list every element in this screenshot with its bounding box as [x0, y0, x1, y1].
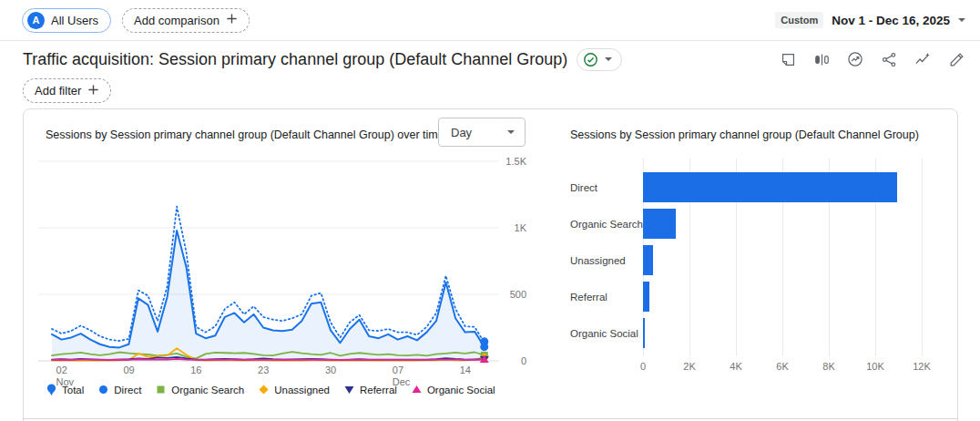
- sessions-by-channel-bar-chart[interactable]: [643, 159, 947, 356]
- chevron-down-icon: [958, 18, 965, 22]
- date-range-picker[interactable]: Custom Nov 1 - Dec 16, 2025: [775, 12, 965, 28]
- share-icon[interactable]: [878, 48, 900, 70]
- legend-label: Direct: [114, 385, 141, 395]
- x-tick-label: 2K: [676, 361, 703, 372]
- x-tick-label: 8K: [815, 361, 842, 372]
- chevron-down-icon: [507, 130, 515, 134]
- add-filter-label: Add filter: [35, 84, 81, 98]
- bar-category-label-organic-social: Organic Social: [570, 318, 638, 348]
- plus-icon: [226, 13, 238, 27]
- series-end-marker-circle: [480, 343, 488, 351]
- legend-label: Organic Search: [171, 385, 244, 395]
- note-icon[interactable]: [777, 48, 799, 70]
- legend-item-total[interactable]: Total: [46, 384, 84, 396]
- bar-direct[interactable]: [643, 172, 897, 202]
- series-end-marker-circle: [99, 385, 107, 394]
- insights-circle-icon[interactable]: [844, 48, 866, 70]
- legend-marker-circle: [97, 384, 109, 396]
- y-tick-label: 1K: [495, 222, 526, 233]
- series-end-marker-drop: [47, 385, 56, 396]
- bar-category-label-organic-search: Organic Search: [570, 209, 643, 239]
- bar-referral[interactable]: [643, 282, 649, 312]
- y-tick-label: 0: [495, 355, 526, 366]
- ga4-traffic-acquisition-report: { "topbar": { "audience_chip": { "avatar…: [0, 0, 980, 421]
- legend-marker-diamond: [258, 384, 270, 396]
- audience-chip-all-users[interactable]: A All Users: [22, 8, 111, 33]
- x-tick-label: 30: [325, 365, 352, 376]
- y-tick-label: 500: [495, 289, 526, 300]
- edit-pencil-icon[interactable]: [945, 48, 967, 70]
- line-chart-title: Sessions by Session primary channel grou…: [46, 128, 444, 141]
- legend-item-organic-search[interactable]: Organic Search: [155, 384, 244, 396]
- table-top-divider: [24, 418, 957, 419]
- add-filter-button[interactable]: Add filter: [23, 78, 111, 103]
- gridline: [922, 159, 923, 356]
- page-title: Traffic acquisition: Session primary cha…: [23, 50, 567, 69]
- series-end-marker-diamond: [260, 385, 269, 394]
- granularity-select[interactable]: Day: [438, 118, 526, 147]
- legend-label: Referral: [360, 385, 397, 395]
- series-end-marker-triangle-down: [344, 386, 353, 394]
- x-tick-label: 12K: [908, 361, 935, 372]
- charts-card: Sessions by Session primary channel grou…: [23, 108, 958, 421]
- bar-category-label-unassigned: Unassigned: [570, 245, 626, 275]
- series-line-total[interactable]: [52, 207, 485, 344]
- x-tick-label: 16: [190, 365, 218, 376]
- bar-category-label-referral: Referral: [570, 282, 607, 312]
- bar-category-label-direct: Direct: [570, 172, 597, 202]
- topbar: A All Users Add comparison Custom Nov 1 …: [0, 0, 980, 41]
- legend-label: Unassigned: [274, 385, 330, 395]
- bar-chart-title: Sessions by Session primary channel grou…: [570, 128, 919, 141]
- legend-item-referral[interactable]: Referral: [343, 384, 397, 396]
- comparison-icon[interactable]: [811, 48, 832, 70]
- legend-item-direct[interactable]: Direct: [97, 384, 141, 396]
- date-range-type-badge: Custom: [775, 12, 823, 28]
- legend-marker-square: [155, 384, 167, 396]
- date-range-label: Nov 1 - Dec 16, 2025: [832, 14, 950, 27]
- chevron-down-icon: [605, 57, 612, 61]
- data-quality-check-icon: [583, 52, 598, 67]
- line-chart-legend: TotalDirectOrganic SearchUnassignedRefer…: [46, 384, 495, 396]
- data-quality-pill[interactable]: [577, 48, 622, 71]
- report-header: Traffic acquisition: Session primary cha…: [23, 44, 967, 75]
- audience-chip-label: All Users: [51, 14, 98, 27]
- x-tick-label: 14: [460, 365, 487, 376]
- bar-organic-social[interactable]: [643, 318, 645, 348]
- legend-item-organic-social[interactable]: Organic Social: [411, 384, 495, 396]
- audience-avatar: A: [27, 12, 45, 29]
- direct-area-fill: [52, 231, 485, 361]
- report-toolbar: [777, 48, 967, 70]
- add-comparison-label: Add comparison: [134, 14, 219, 27]
- x-tick-label: 23: [258, 365, 285, 376]
- legend-label: Total: [62, 385, 84, 395]
- legend-label: Organic Social: [427, 385, 495, 395]
- legend-marker-drop: [46, 384, 57, 396]
- sparkline-insights-icon[interactable]: [912, 48, 934, 70]
- x-tick-label: 0: [629, 361, 657, 372]
- legend-marker-triangle-up: [411, 384, 423, 396]
- plus-icon: [87, 84, 99, 98]
- x-tick-label: 10K: [862, 361, 889, 372]
- x-tick-label: 09: [123, 365, 150, 376]
- granularity-value: Day: [451, 126, 472, 139]
- series-end-marker-square: [158, 386, 165, 394]
- x-tick-label: 4K: [722, 361, 750, 372]
- series-end-marker-triangle-up: [412, 385, 421, 393]
- sessions-over-time-line-chart[interactable]: [33, 151, 543, 381]
- y-tick-label: 1.5K: [495, 156, 526, 167]
- legend-item-unassigned[interactable]: Unassigned: [258, 384, 330, 396]
- legend-marker-triangle-down: [343, 384, 355, 396]
- x-tick-label: 6K: [769, 361, 796, 372]
- bar-organic-search[interactable]: [643, 209, 676, 239]
- add-comparison-button[interactable]: Add comparison: [122, 8, 250, 33]
- bar-unassigned[interactable]: [643, 245, 653, 275]
- series-line-organic-social[interactable]: [52, 359, 485, 360]
